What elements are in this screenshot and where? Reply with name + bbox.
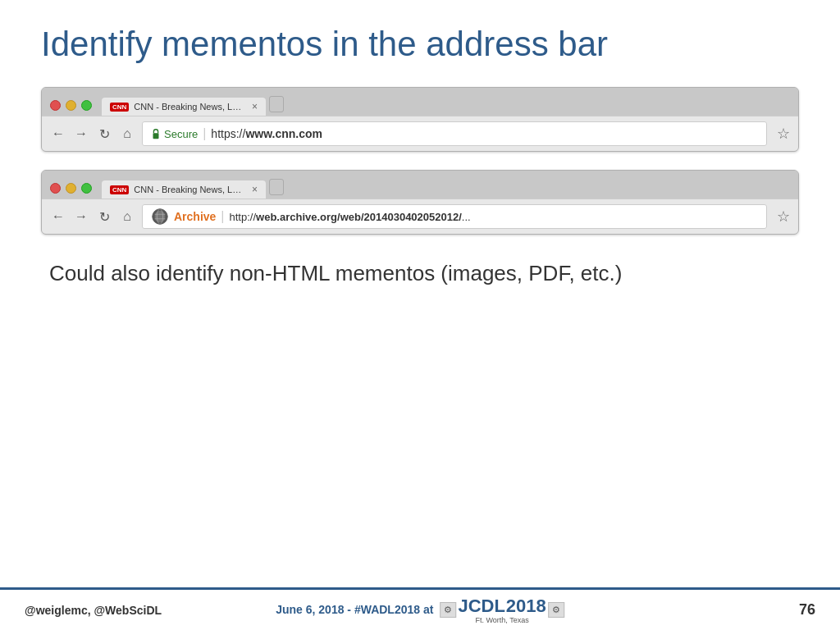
new-tab-btn-1[interactable]: [269, 96, 284, 112]
back-btn-1[interactable]: ←: [50, 126, 66, 141]
new-tab-btn-2[interactable]: [269, 179, 284, 195]
cnn-favicon-1: CNN: [110, 103, 129, 112]
lock-icon: [151, 128, 161, 139]
traffic-light-yellow-2: [66, 183, 76, 194]
tab-title-1: CNN - Breaking News, Latest N: [134, 102, 245, 112]
secure-badge: Secure: [151, 128, 198, 140]
archive-url-prefix: http://: [230, 211, 257, 223]
bookmark-btn-1[interactable]: ☆: [777, 125, 790, 143]
footer-date: June 6, 2018 - #WADL2018 at: [276, 603, 433, 616]
slide-content: Identify mementos in the address bar CNN…: [0, 0, 840, 587]
address-separator-2: |: [221, 209, 224, 224]
tab-bar-1: CNN CNN - Breaking News, Latest N ×: [42, 88, 798, 116]
home-btn-2[interactable]: ⌂: [119, 209, 135, 224]
home-btn-1[interactable]: ⌂: [119, 126, 135, 141]
archive-badge: Archive: [151, 208, 216, 226]
traffic-light-green-1: [81, 100, 92, 111]
browser-mockup-2: CNN CNN - Breaking News, Latest N × ← → …: [41, 170, 799, 235]
slide-footer: @weiglemc, @WebSciDL June 6, 2018 - #WAD…: [0, 587, 840, 630]
footer-center: June 6, 2018 - #WADL2018 at ⚙ JCDL 2018 …: [276, 596, 564, 625]
address-bar-2[interactable]: Archive | http://web.archive.org/web/201…: [142, 204, 767, 229]
jcdl-location: Ft. Worth, Texas: [475, 617, 528, 625]
traffic-light-red-1: [50, 100, 61, 111]
bottom-text: Could also identify non-HTML mementos (i…: [41, 261, 799, 286]
slide-title: Identify mementos in the address bar: [41, 25, 799, 64]
traffic-lights-1: [50, 100, 92, 116]
jcdl-logo: ⚙ JCDL 2018 Ft. Worth, Texas ⚙: [440, 596, 564, 625]
tab-bar-left-2: CNN CNN - Breaking News, Latest N ×: [50, 176, 284, 199]
archive-url: http://web.archive.org/web/2014030402052…: [230, 211, 471, 223]
archive-label: Archive: [174, 210, 216, 223]
svg-rect-0: [153, 133, 159, 139]
archive-url-bold: web.archive.org/web/20140304020520​12/: [256, 211, 462, 223]
archive-icon: [151, 208, 169, 226]
tab-close-1[interactable]: ×: [252, 101, 258, 112]
jcdl-text-block: JCDL 2018 Ft. Worth, Texas: [458, 596, 546, 625]
jcdl-box-right: ⚙: [548, 602, 564, 618]
address-bar-1[interactable]: Secure | https://www.cnn.com: [142, 121, 767, 146]
browser-tab-1[interactable]: CNN CNN - Breaking News, Latest N ×: [102, 98, 266, 116]
url-prefix-1: https://: [211, 127, 245, 140]
traffic-lights-2: [50, 183, 92, 199]
bookmark-btn-2[interactable]: ☆: [777, 208, 790, 226]
tab-bar-2: CNN CNN - Breaking News, Latest N ×: [42, 171, 798, 199]
tab-title-2: CNN - Breaking News, Latest N: [134, 185, 245, 194]
refresh-btn-1[interactable]: ↻: [96, 126, 112, 142]
address-separator-1: |: [203, 126, 206, 141]
footer-page-number: 76: [799, 601, 815, 619]
jcdl-main: JCDL 2018: [458, 596, 546, 617]
url-domain-1: www.cnn.com: [245, 127, 322, 140]
browser-tab-2[interactable]: CNN CNN - Breaking News, Latest N ×: [102, 180, 266, 199]
footer-left: @weiglemc, @WebSciDL: [25, 604, 162, 617]
browser-mockup-1: CNN CNN - Breaking News, Latest N × ← → …: [41, 87, 799, 152]
traffic-light-green-2: [81, 183, 92, 194]
archive-url-suffix: ...: [462, 211, 471, 223]
cnn-favicon-2: CNN: [110, 185, 129, 194]
back-btn-2[interactable]: ←: [50, 209, 66, 224]
tab-bar-left-1: CNN CNN - Breaking News, Latest N ×: [50, 93, 284, 116]
nav-bar-1: ← → ↻ ⌂ Secure | https://www.cnn.com: [42, 116, 798, 151]
refresh-btn-2[interactable]: ↻: [96, 209, 112, 225]
forward-btn-1[interactable]: →: [73, 126, 89, 141]
forward-btn-2[interactable]: →: [73, 209, 89, 224]
traffic-light-yellow-1: [66, 100, 76, 111]
traffic-light-red-2: [50, 183, 61, 194]
address-url-1: https://www.cnn.com: [211, 127, 322, 140]
secure-text: Secure: [164, 128, 198, 140]
jcdl-year: 2018: [506, 596, 546, 617]
slide: Identify mementos in the address bar CNN…: [0, 0, 840, 630]
tab-close-2[interactable]: ×: [252, 184, 258, 195]
jcdl-text: JCDL: [458, 596, 504, 617]
nav-bar-2: ← → ↻ ⌂ Archive: [42, 199, 798, 234]
jcdl-box-left: ⚙: [440, 602, 456, 618]
